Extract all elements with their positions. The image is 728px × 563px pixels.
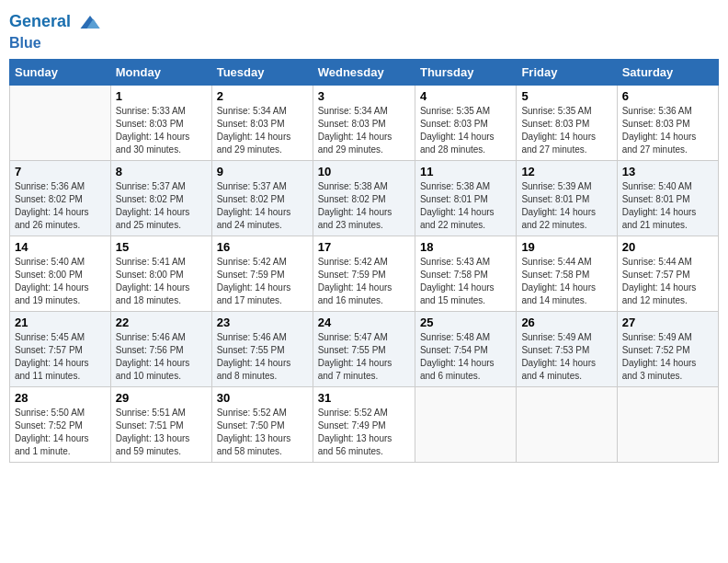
weekday-header-sunday: Sunday xyxy=(10,59,111,85)
day-info: Sunrise: 5:34 AM Sunset: 8:03 PM Dayligh… xyxy=(318,105,410,156)
calendar-cell: 12Sunrise: 5:39 AM Sunset: 8:01 PM Dayli… xyxy=(517,160,617,236)
calendar-cell: 21Sunrise: 5:45 AM Sunset: 7:57 PM Dayli… xyxy=(10,311,111,386)
day-number: 21 xyxy=(15,316,106,329)
day-info: Sunrise: 5:35 AM Sunset: 8:03 PM Dayligh… xyxy=(521,105,611,156)
calendar-table: SundayMondayTuesdayWednesdayThursdayFrid… xyxy=(9,59,719,463)
day-number: 11 xyxy=(420,165,511,178)
day-number: 24 xyxy=(318,316,410,329)
day-number: 14 xyxy=(15,240,106,254)
day-info: Sunrise: 5:52 AM Sunset: 7:49 PM Dayligh… xyxy=(318,407,410,458)
day-info: Sunrise: 5:47 AM Sunset: 7:55 PM Dayligh… xyxy=(318,331,410,383)
day-number: 8 xyxy=(116,165,207,178)
day-number: 5 xyxy=(521,89,611,103)
day-info: Sunrise: 5:48 AM Sunset: 7:54 PM Dayligh… xyxy=(420,331,511,383)
calendar-cell: 5Sunrise: 5:35 AM Sunset: 8:03 PM Daylig… xyxy=(517,85,617,160)
day-info: Sunrise: 5:40 AM Sunset: 8:00 PM Dayligh… xyxy=(15,256,106,307)
weekday-header-tuesday: Tuesday xyxy=(211,59,313,85)
day-number: 9 xyxy=(217,165,308,178)
day-info: Sunrise: 5:43 AM Sunset: 7:58 PM Dayligh… xyxy=(420,256,511,307)
calendar-cell: 22Sunrise: 5:46 AM Sunset: 7:56 PM Dayli… xyxy=(110,311,211,386)
day-number: 23 xyxy=(217,316,308,329)
day-number: 29 xyxy=(116,391,207,405)
calendar-cell: 17Sunrise: 5:42 AM Sunset: 7:59 PM Dayli… xyxy=(313,236,415,311)
day-number: 3 xyxy=(318,89,410,103)
calendar-cell: 20Sunrise: 5:44 AM Sunset: 7:57 PM Dayli… xyxy=(617,236,718,311)
calendar-cell: 27Sunrise: 5:49 AM Sunset: 7:52 PM Dayli… xyxy=(617,311,718,386)
logo: General Blue xyxy=(9,9,103,52)
week-row-2: 7Sunrise: 5:36 AM Sunset: 8:02 PM Daylig… xyxy=(10,160,719,236)
day-number: 19 xyxy=(521,240,611,254)
week-row-5: 28Sunrise: 5:50 AM Sunset: 7:52 PM Dayli… xyxy=(10,386,719,462)
day-info: Sunrise: 5:49 AM Sunset: 7:53 PM Dayligh… xyxy=(521,331,611,383)
weekday-header-wednesday: Wednesday xyxy=(313,59,415,85)
day-info: Sunrise: 5:41 AM Sunset: 8:00 PM Dayligh… xyxy=(116,256,207,307)
calendar-cell: 2Sunrise: 5:34 AM Sunset: 8:03 PM Daylig… xyxy=(211,85,313,160)
day-info: Sunrise: 5:46 AM Sunset: 7:56 PM Dayligh… xyxy=(116,331,207,383)
day-info: Sunrise: 5:36 AM Sunset: 8:03 PM Dayligh… xyxy=(622,105,713,156)
weekday-header-monday: Monday xyxy=(110,59,211,85)
weekday-header-row: SundayMondayTuesdayWednesdayThursdayFrid… xyxy=(10,59,719,85)
day-number: 1 xyxy=(116,89,207,103)
day-info: Sunrise: 5:50 AM Sunset: 7:52 PM Dayligh… xyxy=(15,407,106,458)
calendar-cell: 28Sunrise: 5:50 AM Sunset: 7:52 PM Dayli… xyxy=(10,386,111,462)
day-number: 27 xyxy=(622,316,713,329)
day-number: 15 xyxy=(116,240,207,254)
calendar-cell: 4Sunrise: 5:35 AM Sunset: 8:03 PM Daylig… xyxy=(415,85,516,160)
calendar-cell xyxy=(415,386,516,462)
week-row-1: 1Sunrise: 5:33 AM Sunset: 8:03 PM Daylig… xyxy=(10,85,719,160)
day-info: Sunrise: 5:49 AM Sunset: 7:52 PM Dayligh… xyxy=(622,331,713,383)
day-number: 17 xyxy=(318,240,410,254)
calendar-cell: 16Sunrise: 5:42 AM Sunset: 7:59 PM Dayli… xyxy=(211,236,313,311)
day-info: Sunrise: 5:46 AM Sunset: 7:55 PM Dayligh… xyxy=(217,331,308,383)
week-row-3: 14Sunrise: 5:40 AM Sunset: 8:00 PM Dayli… xyxy=(10,236,719,311)
day-number: 26 xyxy=(521,316,611,329)
day-number: 28 xyxy=(15,391,106,405)
calendar-cell: 31Sunrise: 5:52 AM Sunset: 7:49 PM Dayli… xyxy=(313,386,415,462)
day-info: Sunrise: 5:36 AM Sunset: 8:02 PM Dayligh… xyxy=(15,180,106,232)
day-info: Sunrise: 5:38 AM Sunset: 8:01 PM Dayligh… xyxy=(420,180,511,232)
day-info: Sunrise: 5:42 AM Sunset: 7:59 PM Dayligh… xyxy=(318,256,410,307)
calendar-cell: 19Sunrise: 5:44 AM Sunset: 7:58 PM Dayli… xyxy=(517,236,617,311)
calendar-cell: 11Sunrise: 5:38 AM Sunset: 8:01 PM Dayli… xyxy=(415,160,516,236)
page-header: General Blue xyxy=(9,9,719,52)
weekday-header-thursday: Thursday xyxy=(415,59,516,85)
calendar-cell: 14Sunrise: 5:40 AM Sunset: 8:00 PM Dayli… xyxy=(10,236,111,311)
calendar-cell: 26Sunrise: 5:49 AM Sunset: 7:53 PM Dayli… xyxy=(517,311,617,386)
day-info: Sunrise: 5:38 AM Sunset: 8:02 PM Dayligh… xyxy=(318,180,410,232)
day-info: Sunrise: 5:40 AM Sunset: 8:01 PM Dayligh… xyxy=(622,180,713,232)
day-info: Sunrise: 5:52 AM Sunset: 7:50 PM Dayligh… xyxy=(217,407,308,458)
calendar-cell: 13Sunrise: 5:40 AM Sunset: 8:01 PM Dayli… xyxy=(617,160,718,236)
day-info: Sunrise: 5:44 AM Sunset: 7:58 PM Dayligh… xyxy=(521,256,611,307)
day-number: 13 xyxy=(622,165,713,178)
calendar-cell: 6Sunrise: 5:36 AM Sunset: 8:03 PM Daylig… xyxy=(617,85,718,160)
day-info: Sunrise: 5:33 AM Sunset: 8:03 PM Dayligh… xyxy=(116,105,207,156)
day-number: 30 xyxy=(217,391,308,405)
day-number: 10 xyxy=(318,165,410,178)
calendar-cell: 29Sunrise: 5:51 AM Sunset: 7:51 PM Dayli… xyxy=(110,386,211,462)
day-info: Sunrise: 5:51 AM Sunset: 7:51 PM Dayligh… xyxy=(116,407,207,458)
day-info: Sunrise: 5:35 AM Sunset: 8:03 PM Dayligh… xyxy=(420,105,511,156)
day-number: 16 xyxy=(217,240,308,254)
day-number: 7 xyxy=(15,165,106,178)
logo-blue: Blue xyxy=(9,35,103,52)
day-info: Sunrise: 5:37 AM Sunset: 8:02 PM Dayligh… xyxy=(217,180,308,232)
week-row-4: 21Sunrise: 5:45 AM Sunset: 7:57 PM Dayli… xyxy=(10,311,719,386)
weekday-header-friday: Friday xyxy=(517,59,617,85)
calendar-cell: 18Sunrise: 5:43 AM Sunset: 7:58 PM Dayli… xyxy=(415,236,516,311)
calendar-cell: 30Sunrise: 5:52 AM Sunset: 7:50 PM Dayli… xyxy=(211,386,313,462)
day-info: Sunrise: 5:42 AM Sunset: 7:59 PM Dayligh… xyxy=(217,256,308,307)
day-info: Sunrise: 5:45 AM Sunset: 7:57 PM Dayligh… xyxy=(15,331,106,383)
calendar-cell: 10Sunrise: 5:38 AM Sunset: 8:02 PM Dayli… xyxy=(313,160,415,236)
day-number: 2 xyxy=(217,89,308,103)
day-info: Sunrise: 5:39 AM Sunset: 8:01 PM Dayligh… xyxy=(521,180,611,232)
day-number: 4 xyxy=(420,89,511,103)
calendar-cell: 24Sunrise: 5:47 AM Sunset: 7:55 PM Dayli… xyxy=(313,311,415,386)
day-info: Sunrise: 5:37 AM Sunset: 8:02 PM Dayligh… xyxy=(116,180,207,232)
day-number: 25 xyxy=(420,316,511,329)
calendar-cell xyxy=(617,386,718,462)
calendar-cell: 3Sunrise: 5:34 AM Sunset: 8:03 PM Daylig… xyxy=(313,85,415,160)
calendar-cell: 23Sunrise: 5:46 AM Sunset: 7:55 PM Dayli… xyxy=(211,311,313,386)
calendar-cell: 9Sunrise: 5:37 AM Sunset: 8:02 PM Daylig… xyxy=(211,160,313,236)
weekday-header-saturday: Saturday xyxy=(617,59,718,85)
calendar-cell: 25Sunrise: 5:48 AM Sunset: 7:54 PM Dayli… xyxy=(415,311,516,386)
